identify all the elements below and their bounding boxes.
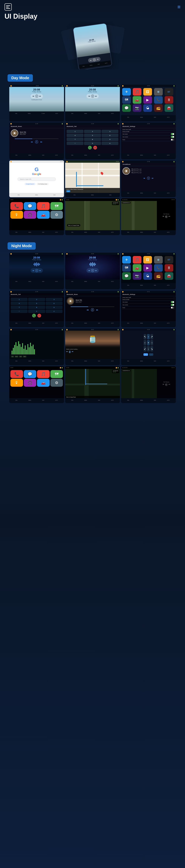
app-eq[interactable]: 🎚: [165, 96, 173, 104]
app-photos[interactable]: 🖼: [143, 88, 152, 96]
night-dial-6[interactable]: 6: [46, 302, 62, 305]
app-weather[interactable]: 🌤: [143, 104, 152, 112]
night-app-weather[interactable]: 🌤: [143, 272, 152, 280]
local-file-2[interactable]: 华夏_好久不见_mp3: [131, 170, 174, 172]
night-cp-settings[interactable]: ⚙: [50, 379, 63, 387]
menu-button[interactable]: [4, 3, 12, 10]
cp-messages[interactable]: 💬: [24, 202, 36, 210]
dial-star[interactable]: *: [67, 142, 83, 145]
zoom-out-btn[interactable]: -: [149, 353, 153, 356]
night-auto-answer-toggle[interactable]: [171, 301, 174, 303]
dir-down-right[interactable]: ↘: [151, 346, 153, 351]
night-dial-5[interactable]: 5: [28, 302, 45, 305]
night-app-waze[interactable]: 🚗: [133, 264, 141, 272]
night-dial-2[interactable]: 2: [28, 298, 45, 301]
night-dial-8[interactable]: 8: [28, 306, 45, 309]
end-call-btn[interactable]: 📵: [93, 146, 97, 150]
dial-2[interactable]: 2: [84, 130, 101, 133]
google-search-bar[interactable]: Search or type URL: [18, 178, 56, 181]
app-bt[interactable]: BT: [165, 88, 173, 96]
dir-down-left[interactable]: ↙: [144, 346, 146, 351]
dir-up-right[interactable]: ↗: [151, 334, 153, 339]
call-btn[interactable]: 📞: [88, 146, 92, 150]
dir-up-left[interactable]: ↖: [144, 334, 146, 339]
night-app-telegram[interactable]: ✈: [122, 256, 131, 264]
night-cp-spotify[interactable]: 🎧: [24, 379, 36, 387]
google-search-btn[interactable]: Google Search: [25, 183, 35, 185]
night-dial-4[interactable]: 4: [11, 302, 28, 305]
cp-phone[interactable]: 📞: [10, 202, 23, 210]
night-cp-podcasts[interactable]: 🎙: [10, 379, 23, 387]
night-app-car[interactable]: 🚘: [165, 272, 173, 280]
night-end-call-btn[interactable]: 📵: [37, 314, 41, 317]
app-waze[interactable]: 🚗: [133, 96, 141, 104]
auto-answer-toggle[interactable]: [171, 133, 174, 135]
night-app-maps[interactable]: 🗺: [122, 264, 131, 272]
night-dial-9[interactable]: 9: [46, 306, 62, 309]
night-app-music[interactable]: 🎵: [133, 256, 141, 264]
night-dial-star[interactable]: *: [11, 310, 28, 313]
dir-left[interactable]: ←: [144, 340, 146, 345]
cp-settings[interactable]: ⚙: [50, 211, 63, 219]
cp-maps[interactable]: 🗺: [50, 202, 63, 210]
dir-center[interactable]: •: [147, 340, 150, 345]
dial-5[interactable]: 5: [84, 134, 101, 137]
cp-spotify[interactable]: 🎧: [24, 211, 36, 219]
app-car[interactable]: 🚘: [165, 104, 173, 112]
auto-connect-toggle[interactable]: [171, 136, 174, 138]
app-youtube[interactable]: ▶: [143, 96, 152, 104]
night-app-messages[interactable]: 💬: [122, 272, 131, 280]
night-cp-music[interactable]: 🎵: [37, 370, 50, 378]
night-cp-phone[interactable]: 📞: [10, 370, 23, 378]
night-dial-hash[interactable]: #: [46, 310, 62, 313]
night-app-phone[interactable]: 📞: [154, 264, 163, 272]
night-cp-waze[interactable]: 🚗: [37, 379, 50, 387]
night-dial-1[interactable]: 1: [11, 298, 28, 301]
night-app-radio[interactable]: 📻: [154, 272, 163, 280]
night-app-bt[interactable]: BT: [165, 256, 173, 264]
dial-7[interactable]: 7: [67, 137, 83, 141]
app-camera[interactable]: 📷: [133, 104, 141, 112]
zoom-in-btn[interactable]: +: [143, 353, 148, 356]
app-settings[interactable]: ⚙️: [154, 88, 163, 96]
app-phone[interactable]: 📞: [154, 96, 163, 104]
lucky-btn[interactable]: I'm Feeling Lucky: [37, 183, 49, 185]
dir-down[interactable]: ↓: [147, 346, 150, 351]
app-maps[interactable]: 🗺: [122, 96, 131, 104]
app-radio[interactable]: 📻: [154, 104, 163, 112]
dial-4[interactable]: 4: [67, 134, 83, 137]
dial-0[interactable]: 0: [84, 142, 101, 145]
night-cp-maps[interactable]: 🗺: [50, 370, 63, 378]
night-power-toggle[interactable]: [171, 307, 174, 309]
night-auto-connect-toggle[interactable]: [171, 304, 174, 306]
nav-go-btn[interactable]: GO: [66, 190, 70, 192]
night-dial-7[interactable]: 7: [11, 306, 28, 309]
power-toggle[interactable]: [171, 139, 174, 141]
night-cp-messages[interactable]: 💬: [24, 370, 36, 378]
dial-1[interactable]: 1: [67, 130, 83, 133]
local-file-1[interactable]: 华夏_好久不见_mp3: [131, 168, 174, 170]
local-file-3[interactable]: 华夏_好久不见_mp3: [131, 172, 174, 174]
night-app-settings[interactable]: ⚙️: [154, 256, 163, 264]
dial-6[interactable]: 6: [102, 134, 118, 137]
night-app-photos[interactable]: 🖼: [143, 256, 152, 264]
cp-waze[interactable]: 🚗: [37, 211, 50, 219]
dir-right[interactable]: →: [151, 340, 153, 345]
night-app-eq[interactable]: 🎚: [165, 264, 173, 272]
night-call-btn[interactable]: 📞: [32, 314, 36, 317]
night-dial-0[interactable]: 0: [28, 310, 45, 313]
app-music[interactable]: 🎵: [133, 88, 141, 96]
dir-up[interactable]: ↑: [147, 334, 150, 339]
dial-3[interactable]: 3: [102, 130, 118, 133]
night-dial-3[interactable]: 3: [46, 298, 62, 301]
dial-hash[interactable]: #: [102, 142, 118, 145]
app-messages[interactable]: 💬: [122, 104, 131, 112]
night-app-camera[interactable]: 📷: [133, 272, 141, 280]
nav-menu-icon[interactable]: ≡: [178, 4, 181, 10]
cp-podcasts[interactable]: 🎙: [10, 211, 23, 219]
dial-8[interactable]: 8: [84, 137, 101, 141]
cp-music[interactable]: 🎵: [37, 202, 50, 210]
night-app-youtube[interactable]: ▶: [143, 264, 152, 272]
dial-9[interactable]: 9: [102, 137, 118, 141]
app-telegram[interactable]: ✈: [122, 88, 131, 96]
